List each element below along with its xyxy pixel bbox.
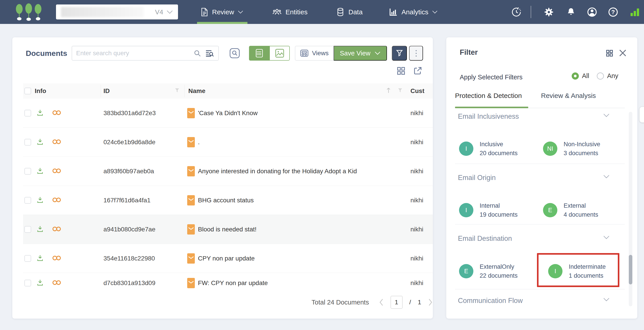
tab-protection-detection[interactable]: Protection & Detection xyxy=(455,92,522,100)
thread-link-icon[interactable] xyxy=(52,226,62,233)
doc-name[interactable]: CPY non par update xyxy=(198,255,254,262)
table-row[interactable]: d7cb8301a913d09 FW: CPY non par update n… xyxy=(23,273,433,293)
views-button[interactable]: Views xyxy=(295,46,334,61)
chevron-down-icon[interactable] xyxy=(603,298,610,302)
sort-ascending-icon[interactable] xyxy=(386,87,391,95)
list-view-toggle[interactable] xyxy=(249,46,270,61)
filter-item-externalonly[interactable]: E ExternalOnly 22 documents xyxy=(459,262,518,280)
section-email-destination[interactable]: Email Destination xyxy=(458,235,512,243)
doc-name[interactable]: FW: CPY non par update xyxy=(198,280,268,287)
doc-name[interactable]: BHG account status xyxy=(198,197,254,204)
view-toggle-group xyxy=(249,46,290,61)
download-icon[interactable] xyxy=(36,225,44,234)
page-scroll-handle[interactable] xyxy=(640,107,644,123)
help-icon[interactable]: ? xyxy=(608,0,618,24)
tab-entities[interactable]: Entities xyxy=(272,0,308,24)
radio-any[interactable]: Any xyxy=(597,72,618,80)
app-logo-icon[interactable] xyxy=(13,3,44,22)
doc-custodian: nikhi xyxy=(410,168,424,175)
image-view-toggle[interactable] xyxy=(270,46,290,61)
bell-icon[interactable] xyxy=(566,0,576,24)
table-row[interactable]: a941b080cd9e7ae Blood is needed stat! ni… xyxy=(23,215,433,244)
current-page-input[interactable]: 1 xyxy=(390,296,402,309)
section-communication-flow[interactable]: Communication Flow xyxy=(458,297,523,305)
id-filter-icon[interactable] xyxy=(174,87,180,95)
chevron-down-icon[interactable] xyxy=(603,175,610,179)
filter-item-count: 1 documents xyxy=(569,271,606,280)
table-row[interactable]: 354e11618c22980 CPY non par update nikhi xyxy=(23,244,433,273)
thread-link-icon[interactable] xyxy=(52,279,62,287)
filter-item-inclusive[interactable]: I Inclusive 20 documents xyxy=(459,140,518,158)
column-settings-icon[interactable] xyxy=(396,66,406,75)
email-icon xyxy=(187,166,195,176)
tab-review-analysis[interactable]: Review & Analysis xyxy=(541,92,596,100)
download-icon[interactable] xyxy=(36,254,44,263)
download-icon[interactable] xyxy=(36,196,44,205)
chevron-down-icon[interactable] xyxy=(603,113,610,117)
doc-name[interactable]: Anyone interested in donating for the Ho… xyxy=(198,168,357,175)
section-email-origin[interactable]: Email Origin xyxy=(458,174,496,182)
row-checkbox[interactable] xyxy=(24,197,31,204)
filter-grid-icon[interactable] xyxy=(606,49,613,57)
apply-mode-radio-group: All Any xyxy=(572,72,618,80)
user-icon[interactable] xyxy=(587,0,598,24)
name-filter-icon[interactable] xyxy=(398,87,403,95)
header-info[interactable]: Info xyxy=(35,87,46,95)
table-row[interactable]: 383bd301a6d72e3 'Case Ya Didn't Know nik… xyxy=(23,99,433,128)
table-row[interactable]: 167f7f61d6a4fa1 BHG account status nikhi xyxy=(23,186,433,215)
gear-icon[interactable] xyxy=(544,0,554,24)
row-checkbox[interactable] xyxy=(24,280,31,286)
doc-name[interactable]: Blood is needed stat! xyxy=(198,226,256,233)
row-checkbox[interactable] xyxy=(24,110,31,117)
chevron-down-icon[interactable] xyxy=(603,235,610,239)
section-email-inclusiveness[interactable]: Email Inclusiveness xyxy=(458,113,519,121)
history-icon[interactable] xyxy=(511,0,522,24)
thread-link-icon[interactable] xyxy=(52,138,62,146)
project-selector[interactable]: V4 xyxy=(56,4,178,19)
row-checkbox[interactable] xyxy=(24,226,31,233)
thread-link-icon[interactable] xyxy=(52,196,62,204)
more-options-button[interactable] xyxy=(409,46,423,61)
filter-item-indeterminate[interactable]: I Indeterminate 1 documents xyxy=(548,262,606,280)
row-checkbox[interactable] xyxy=(24,139,31,146)
previous-page-icon[interactable] xyxy=(379,299,384,306)
thread-link-icon[interactable] xyxy=(52,167,62,175)
select-all-checkbox[interactable] xyxy=(24,88,31,94)
tab-data[interactable]: Data xyxy=(336,0,362,24)
filter-button[interactable] xyxy=(392,46,407,61)
section-divider xyxy=(455,224,625,224)
table-row[interactable]: a893f60b97aeb0a Anyone interested in don… xyxy=(23,157,433,186)
download-icon[interactable] xyxy=(36,167,44,176)
export-icon[interactable] xyxy=(413,66,422,75)
table-row[interactable]: 024c6e1b9d6a8de . nikhi xyxy=(23,128,433,157)
tab-review[interactable]: Review xyxy=(200,0,244,24)
document-search-icon[interactable] xyxy=(230,48,240,58)
doc-name[interactable]: . xyxy=(198,139,200,146)
close-icon[interactable] xyxy=(618,48,627,57)
filter-item-internal[interactable]: I Internal 19 documents xyxy=(459,201,518,219)
next-page-icon[interactable] xyxy=(428,299,433,306)
section-divider xyxy=(455,164,625,164)
filter-scrollbar-thumb[interactable] xyxy=(629,255,632,284)
thread-link-icon[interactable] xyxy=(52,255,62,262)
download-icon[interactable] xyxy=(36,109,44,118)
radio-all[interactable]: All xyxy=(572,72,589,80)
filter-item-non-inclusive[interactable]: NI Non-Inclusive 3 documents xyxy=(543,140,600,158)
search-input[interactable] xyxy=(76,50,189,57)
save-view-button[interactable]: Save View xyxy=(334,46,387,61)
header-custodian[interactable]: Cust xyxy=(410,87,424,95)
download-icon[interactable] xyxy=(36,138,44,147)
signal-bars-icon[interactable] xyxy=(630,0,640,24)
tab-analytics[interactable]: Analytics xyxy=(388,0,438,24)
thread-link-icon[interactable] xyxy=(52,109,62,117)
row-checkbox[interactable] xyxy=(24,255,31,262)
header-id[interactable]: ID xyxy=(104,87,110,95)
tab-entities-label: Entities xyxy=(286,8,308,16)
filter-item-external[interactable]: E External 4 documents xyxy=(543,201,598,219)
advanced-search-icon[interactable] xyxy=(205,49,214,57)
search-icon[interactable] xyxy=(193,49,201,57)
doc-name[interactable]: 'Case Ya Didn't Know xyxy=(198,110,258,117)
row-checkbox[interactable] xyxy=(24,168,31,175)
download-icon[interactable] xyxy=(36,279,44,288)
header-name[interactable]: Name xyxy=(188,87,205,95)
